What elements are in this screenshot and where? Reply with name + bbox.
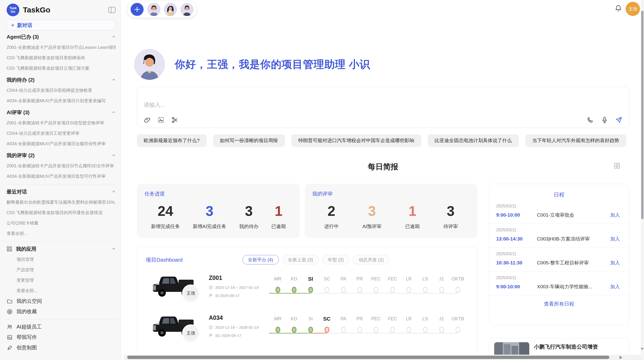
microphone-icon[interactable] (601, 116, 608, 124)
send-icon[interactable] (615, 116, 622, 124)
join-button[interactable]: 加入 (610, 236, 620, 242)
section-ai-review[interactable]: AI评审 (3) (7, 107, 116, 118)
chevron-up-icon (112, 247, 116, 251)
notification-bell-icon[interactable] (614, 5, 623, 13)
stat-value: 1 (271, 203, 286, 219)
milestone-label: PEC (367, 275, 385, 283)
image-upload-icon[interactable] (157, 116, 165, 124)
sidebar-collapse-icon[interactable] (108, 7, 116, 13)
section-my-todo[interactable]: 我的待办 (2) (7, 74, 116, 85)
input-attachments (144, 116, 178, 124)
suggestion-chip[interactable]: 特朗普可能对进口汽车增税会对中国车企造成哪些影响 (291, 134, 421, 147)
horizontal-scrollbar-thumb[interactable] (127, 356, 609, 359)
milestone-dot (292, 327, 297, 333)
assistant-avatar (134, 49, 165, 80)
sidebar-item-cloud-space[interactable]: 我的云空间 (7, 296, 116, 306)
suggestion-chip[interactable]: 比亚迪全固态电池计划具体说了什么 (428, 134, 519, 147)
sidebar-item-label: 我的收藏 (17, 308, 37, 315)
apps-grid-icon (7, 246, 12, 252)
suggestion-chip[interactable]: 欧洲新规最近颁布了什么? (137, 134, 207, 147)
join-button[interactable]: 加入 (610, 283, 620, 290)
milestone-label-current: SI (302, 275, 319, 283)
list-item[interactable]: Z001-全新燃油轻卡产品开发项目SI造型提交物评审 (7, 118, 116, 128)
sidebar-item-creative-drawing[interactable]: 创意制图 (7, 342, 116, 353)
filter-chip[interactable]: 年型 (2) (322, 255, 349, 264)
join-button[interactable]: 加入 (610, 260, 620, 266)
filter-chip[interactable]: 全新平台 (4) (242, 255, 279, 264)
milestone-dot (406, 287, 411, 293)
list-item[interactable]: Z001-全新燃油轻卡产品开发项目SI节点属性5D文件评审 (7, 161, 116, 171)
sidebar-item-change-mgmt[interactable]: 变更管理 (7, 275, 116, 286)
list-item[interactable]: C0X4-动力总成开发项目工程变更评审 (7, 128, 116, 139)
filter-chip[interactable]: 全新上装 (3) (282, 255, 319, 264)
list-item[interactable]: A034-全新新能源MUV产品开发项目造型可行性评审 (7, 171, 116, 182)
avatar[interactable] (164, 3, 177, 16)
suggestion-chips: 欧洲新规最近颁布了什么? 如何写一份清晰的项目周报 特朗普可能对进口汽车增税会对… (137, 134, 629, 147)
join-button[interactable]: 加入 (610, 212, 620, 218)
sidebar-item-help-writing[interactable]: 帮我写作 (7, 332, 116, 342)
milestone-dot (292, 287, 297, 293)
flag-icon (209, 334, 213, 338)
sidebar-item-ai-super-staff[interactable]: AI超级员工 (7, 322, 116, 332)
sidebar-item-favorites[interactable]: 我的收藏 (7, 306, 116, 317)
milestone-label: LS (416, 275, 434, 283)
list-item[interactable]: Z001-全新燃油皮卡产品开发项目SI节点Lesson Learn报告 (7, 42, 116, 53)
stat-label: 已逾期 (405, 223, 420, 230)
schedule-date: 2025/03/11 (496, 252, 620, 256)
scissors-icon[interactable] (171, 116, 178, 124)
people-icon (7, 324, 13, 330)
add-agent-button[interactable] (130, 3, 144, 16)
image-icon (7, 335, 13, 340)
layout-grid-icon[interactable] (613, 162, 621, 169)
suggestion-chip[interactable]: 如何写一份清晰的项目周报 (213, 134, 285, 147)
sidebar-item-project-mgmt[interactable]: 项目管理 (7, 254, 116, 265)
list-item[interactable]: C02-飞腾新能源轻客改款项目立项汇报方案 (7, 63, 116, 73)
project-row[interactable]: 王强 Z001 2023-12-19 ~ 2027-01-19 SI-2025-… (137, 271, 477, 311)
list-item[interactable]: 解释最新出台的欧盟报废车法规再生塑料比例被调至15%... (7, 197, 116, 207)
project-dates: 2023-12-19 ~ 2026-01-19 (209, 325, 259, 329)
list-item[interactable]: A034-全新新能源MUV产品开发项目计划变更表编写 (7, 96, 116, 106)
input-actions (587, 116, 622, 124)
stat: 3 新增AI完成任务 (193, 203, 226, 230)
view-all-schedule-link[interactable]: 查看所有日程 (489, 295, 629, 312)
milestone-label: PEC (367, 314, 385, 323)
section-agent-done[interactable]: Agent已办 (3) (7, 32, 116, 42)
scroll-right-arrow-icon[interactable] (620, 356, 622, 359)
attachment-icon[interactable] (144, 116, 151, 124)
vertical-scrollbar (641, 0, 644, 360)
section-recent-chats[interactable]: 最近对话 (7, 186, 116, 197)
filter-chip[interactable]: 动总开发 (1) (353, 255, 389, 264)
divider (5, 319, 117, 320)
list-item[interactable]: 公司Q3轻卡销量 (7, 218, 116, 228)
milestone-label: FEC (384, 314, 401, 323)
suggestion-chip[interactable]: 当下年轻人对汽车外观有怎样的喜好趋势 (525, 134, 626, 147)
milestone-dot (275, 287, 280, 293)
milestone-label-current: SC (318, 314, 336, 323)
phone-call-icon[interactable] (587, 116, 594, 124)
milestone-dot (341, 287, 346, 293)
user-avatar-badge[interactable]: 王强 (626, 2, 640, 16)
milestone-dot (308, 327, 313, 333)
chat-input[interactable] (144, 102, 525, 108)
avatar[interactable] (180, 3, 194, 16)
section-my-review[interactable]: 我的评审 (2) (7, 150, 116, 161)
view-all-apps[interactable]: 查看全部... (7, 286, 116, 296)
milestone-dot (423, 327, 428, 333)
list-item[interactable]: A034-全新新能源MUV产品开发项目法规符合性评审 (7, 139, 116, 149)
scroll-down-arrow-icon[interactable] (641, 348, 643, 350)
new-chat-button[interactable]: + 新对话 (7, 20, 115, 31)
stats-row: 2 进行中 3 AI预评审 1 已逾期 3 待评审 (312, 203, 470, 230)
plus-icon (134, 6, 140, 13)
list-item[interactable]: C02-飞腾新能源轻客改款项目里程碑画布 (7, 53, 116, 63)
section-label: 我的应用 (16, 246, 36, 252)
stat-value: 24 (151, 203, 180, 219)
vertical-scrollbar-thumb[interactable] (641, 11, 643, 219)
list-item[interactable]: C0X4-动力总成开发项目SI里程碑提交物检查 (7, 85, 116, 96)
list-item[interactable]: C02-飞腾新能源轻客改款项目的闭环通告反馈情况 (7, 207, 116, 218)
avatar[interactable] (147, 3, 160, 16)
view-all-chats[interactable]: 查看全部... (7, 228, 116, 239)
project-row[interactable]: 王强 A034 2023-12-19 ~ 2026-01-19 SC-2025-… (137, 311, 477, 351)
section-my-apps[interactable]: 我的应用 (7, 244, 116, 254)
schedule-time: 9:00-10:00 (496, 284, 537, 290)
sidebar-item-product-mgmt[interactable]: 产品管理 (7, 265, 116, 275)
